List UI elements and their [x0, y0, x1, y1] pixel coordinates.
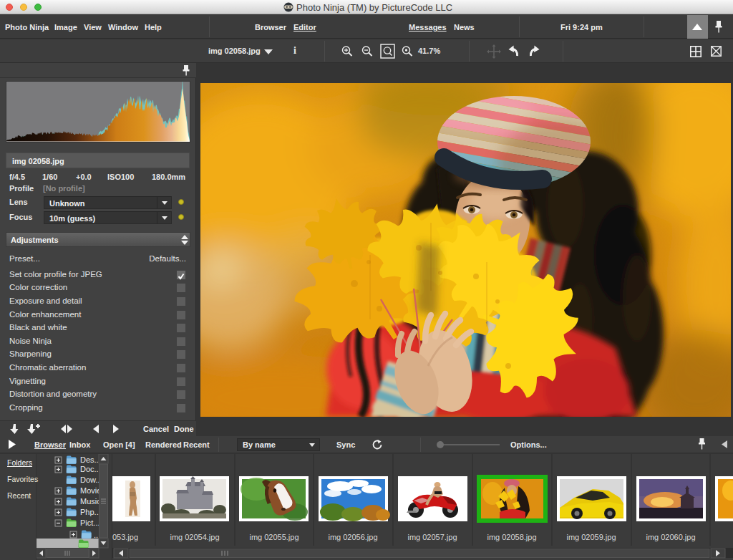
svg-text:Doc...: Doc... — [80, 465, 101, 473]
svg-text:img 02060.jpg: img 02060.jpg — [646, 533, 695, 541]
svg-text:Des...: Des... — [80, 455, 101, 464]
svg-text:img 02059.jpg: img 02059.jpg — [566, 533, 616, 541]
svg-text:img 02055.jpg: img 02055.jpg — [249, 533, 298, 541]
svg-text:Pict...: Pict... — [80, 518, 100, 527]
svg-text:img 02058.jpg: img 02058.jpg — [487, 533, 536, 541]
svg-text:053.jpg: 053.jpg — [112, 533, 138, 541]
svg-text:img 02056.jpg: img 02056.jpg — [328, 533, 377, 541]
svg-text:img 02054.jpg: img 02054.jpg — [170, 533, 219, 541]
svg-text:Movie: Movie — [80, 486, 101, 495]
svg-text:Php...: Php... — [80, 508, 101, 516]
svg-text:..: .. — [94, 531, 98, 539]
svg-text:img 02057.jpg: img 02057.jpg — [407, 533, 457, 541]
svg-text:Music: Music — [80, 497, 101, 506]
svg-text:Dow...: Dow... — [80, 475, 102, 484]
